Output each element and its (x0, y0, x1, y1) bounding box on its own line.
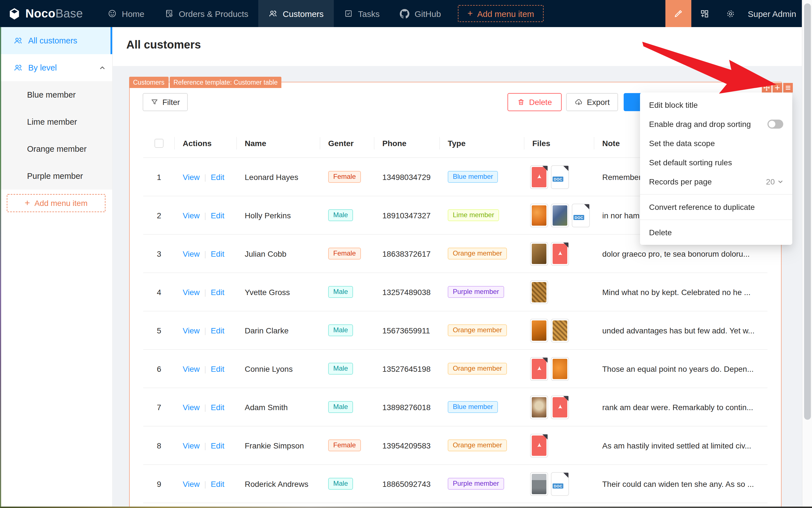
image-thumbnail[interactable] (551, 203, 569, 227)
scrollbar-thumb[interactable] (804, 3, 811, 420)
gender-tag: Male (328, 363, 353, 375)
view-link[interactable]: View (183, 172, 199, 181)
user-menu[interactable]: Super Admin (743, 9, 802, 18)
image-thumbnail[interactable] (530, 395, 548, 419)
view-link[interactable]: View (183, 287, 199, 296)
sidebar-item-lime-member[interactable]: Lime member (0, 108, 112, 135)
ui-editor-button[interactable] (665, 0, 691, 27)
image-thumbnail[interactable] (551, 357, 569, 381)
menu-item-convert-reference-to-duplicate[interactable]: Convert reference to duplicate (640, 198, 792, 217)
export-button[interactable]: Export (566, 93, 618, 111)
gender-tag: Male (328, 286, 353, 298)
column-header-phone: Phone (374, 129, 440, 157)
doc-file-icon[interactable]: DOC (572, 203, 590, 227)
sidebar-item-by-level[interactable]: By level (0, 54, 112, 81)
image-thumbnail[interactable] (530, 203, 548, 227)
name-cell: Yvette Gross (237, 287, 320, 296)
pdf-file-icon[interactable] (530, 357, 548, 381)
vertical-scrollbar[interactable] (802, 0, 812, 508)
sidebar-item-orange-member[interactable]: Orange member (0, 135, 112, 163)
sidebar-add-menu-item-button[interactable]: + Add menu item (7, 194, 105, 212)
settings-gear-icon[interactable] (717, 0, 743, 27)
drag-handle-icon[interactable] (762, 83, 771, 92)
filter-button[interactable]: Filter (143, 93, 188, 111)
nav-item-customers[interactable]: Customers (259, 0, 334, 27)
doc-file-icon[interactable]: DOC (551, 472, 569, 496)
add-block-icon[interactable] (772, 83, 782, 92)
page-fold-icon (563, 166, 569, 171)
gender-cell: Female (320, 439, 374, 451)
view-link[interactable]: View (183, 441, 199, 450)
sidebar-item-label: Purple member (27, 171, 83, 180)
row-actions-cell: View|Edit (175, 326, 237, 335)
sidebar-item-purple-member[interactable]: Purple member (0, 163, 112, 189)
view-link[interactable]: View (183, 249, 199, 258)
edit-link[interactable]: Edit (211, 326, 224, 335)
delete-button[interactable]: Delete (507, 93, 561, 111)
name-cell: Roderick Andrews (237, 479, 320, 488)
nav-item-github[interactable]: GitHub (390, 0, 451, 27)
plugin-manager-icon[interactable] (691, 0, 717, 27)
cloud-download-icon (575, 98, 583, 107)
action-separator: | (204, 326, 206, 335)
edit-link[interactable]: Edit (211, 441, 224, 450)
drag-sort-toggle[interactable] (767, 120, 783, 129)
menu-item-edit-block-title[interactable]: Edit block title (640, 95, 792, 115)
view-link[interactable]: View (183, 211, 199, 220)
files-cell: DOC (525, 203, 594, 227)
menu-item-enable-drag-and-drop-sorting[interactable]: Enable drag and drop sorting (640, 115, 792, 134)
type-cell: Orange member (440, 439, 525, 451)
image-thumbnail[interactable] (530, 280, 548, 304)
image-thumbnail[interactable] (530, 319, 548, 342)
highlighter-icon (673, 8, 683, 18)
doc-file-icon[interactable]: DOC (551, 165, 569, 189)
view-link[interactable]: View (183, 479, 199, 488)
nav-item-orders-products[interactable]: Orders & Products (154, 0, 259, 27)
pdf-file-icon[interactable] (551, 395, 569, 419)
menu-item-set-the-data-scope[interactable]: Set the data scope (640, 134, 792, 153)
column-header-checkbox (143, 129, 175, 157)
screen-left-edge (0, 27, 1, 507)
records-per-page-select[interactable]: 20 (766, 177, 783, 186)
image-thumbnail[interactable] (551, 319, 569, 342)
view-link[interactable]: View (183, 326, 199, 335)
edit-link[interactable]: Edit (211, 172, 224, 181)
nav-add-menu-item-button[interactable]: + Add menu item (458, 5, 544, 22)
edit-link[interactable]: Edit (211, 249, 224, 258)
menu-item-delete[interactable]: Delete (640, 223, 792, 242)
pdf-file-icon[interactable] (530, 165, 548, 189)
image-thumbnail[interactable] (530, 472, 548, 496)
edit-link[interactable]: Edit (211, 364, 224, 373)
edit-link[interactable]: Edit (211, 403, 224, 412)
edit-link[interactable]: Edit (211, 287, 224, 296)
edit-link[interactable]: Edit (211, 479, 224, 488)
sidebar-item-all-customers[interactable]: All customers (0, 27, 112, 54)
type-cell: Orange member (440, 324, 525, 336)
block-settings-icon[interactable] (783, 83, 793, 92)
column-header-type: Type (440, 129, 525, 157)
gender-tag: Male (328, 324, 353, 336)
phone-cell: 18865092743 (374, 479, 440, 488)
select-all-checkbox[interactable] (154, 138, 164, 147)
pdf-file-icon[interactable] (551, 242, 569, 265)
nav-item-label: Orders & Products (179, 9, 249, 18)
nav-item-tasks[interactable]: Tasks (334, 0, 390, 27)
image-thumbnail[interactable] (530, 242, 548, 265)
page-fold-icon (563, 396, 569, 401)
page-fold-icon (542, 434, 547, 439)
sidebar-item-blue-member[interactable]: Blue member (0, 81, 112, 108)
name-cell: Frankie Simpson (237, 441, 320, 450)
menu-item-records-per-page[interactable]: Records per page20 (640, 172, 792, 191)
name-cell: Darin Clarke (237, 326, 320, 335)
nocobase-logo-icon (8, 7, 21, 20)
pdf-file-icon[interactable] (530, 433, 548, 457)
edit-link[interactable]: Edit (211, 211, 224, 220)
view-link[interactable]: View (183, 364, 199, 373)
nocobase-logo[interactable]: NocoBase (0, 7, 97, 20)
table-row: 4View|EditYvette GrossMale13257489038Pur… (143, 273, 767, 311)
menu-item-set-default-sorting-rules[interactable]: Set default sorting rules (640, 153, 792, 172)
screen-bottom-edge (0, 507, 812, 508)
view-link[interactable]: View (183, 403, 199, 412)
doc-label: DOC (574, 215, 584, 220)
nav-item-home[interactable]: Home (97, 0, 154, 27)
